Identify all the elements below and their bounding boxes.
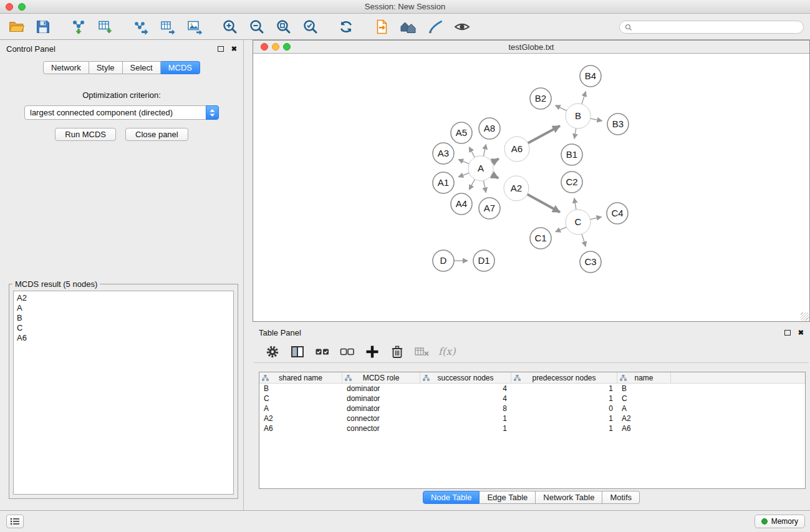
column-header-shared-name[interactable]: shared name	[259, 372, 342, 383]
network-node-A3[interactable]: A3	[433, 143, 454, 164]
edge-C-C3[interactable]	[582, 234, 586, 246]
close-panel-icon[interactable]: ✖	[231, 45, 237, 53]
save-session-button[interactable]	[33, 17, 53, 37]
edge-A-A2[interactable]	[491, 175, 498, 178]
network-canvas[interactable]: B4B2BB3A5A8A6B1A3AC2A1A2A4A7C4CC1C3DD1	[253, 54, 809, 321]
annotation-brush-button[interactable]	[425, 17, 445, 37]
delete-column-button[interactable]	[388, 343, 406, 360]
cell[interactable]: A	[617, 404, 671, 413]
zoom-window-button[interactable]	[18, 3, 26, 11]
cell[interactable]: 1	[511, 424, 617, 433]
cell[interactable]: 1	[420, 424, 511, 433]
zoom-selected-button[interactable]	[301, 17, 321, 37]
table-settings-button[interactable]	[264, 343, 281, 360]
show-hide-graphics-button[interactable]	[452, 17, 472, 37]
network-node-A4[interactable]: A4	[451, 193, 472, 215]
cell[interactable]: 1	[511, 394, 617, 403]
network-node-A[interactable]: A	[468, 156, 493, 181]
cell[interactable]: dominator	[342, 394, 420, 403]
network-node-C1[interactable]: C1	[530, 228, 551, 249]
cell[interactable]: connector	[342, 424, 420, 433]
tab-node-table[interactable]: Node Table	[423, 491, 480, 504]
cell[interactable]: A2	[617, 414, 671, 423]
column-header-name[interactable]: name	[617, 372, 671, 383]
mcds-result-item-C[interactable]: C	[17, 323, 230, 333]
select-all-columns-button[interactable]	[314, 343, 331, 360]
search-input[interactable]	[635, 23, 798, 32]
search-field[interactable]	[619, 21, 804, 34]
network-node-B4[interactable]: B4	[580, 65, 601, 87]
cell[interactable]: A6	[259, 424, 342, 433]
cell[interactable]: 8	[420, 404, 511, 413]
table-row-A6[interactable]: A6connector11A6	[259, 423, 805, 433]
edge-B-B2[interactable]	[556, 105, 567, 111]
cell[interactable]: connector	[342, 414, 420, 423]
delete-table-button[interactable]	[413, 343, 431, 360]
create-column-button[interactable]	[364, 343, 381, 360]
network-node-B[interactable]: B	[566, 104, 591, 128]
cell[interactable]: A6	[617, 424, 671, 433]
open-session-button[interactable]	[6, 17, 26, 37]
table-row-B[interactable]: Bdominator41B	[259, 384, 805, 394]
tab-mcds[interactable]: MCDS	[161, 61, 200, 74]
network-close-button[interactable]	[261, 43, 268, 51]
table-row-C[interactable]: Cdominator41C	[259, 394, 805, 404]
network-node-A5[interactable]: A5	[451, 122, 472, 143]
tab-style[interactable]: Style	[89, 61, 123, 74]
column-header-successor-nodes[interactable]: successor nodes	[420, 372, 511, 383]
cell[interactable]: 1	[511, 384, 617, 393]
network-node-D[interactable]: D	[433, 250, 454, 271]
cell[interactable]: 4	[420, 394, 511, 403]
network-node-C[interactable]: C	[566, 210, 591, 235]
network-node-B1[interactable]: B1	[561, 144, 582, 165]
show-columns-button[interactable]	[289, 343, 306, 360]
edge-C-C4[interactable]	[591, 217, 602, 220]
network-node-A8[interactable]: A8	[479, 118, 500, 139]
table-row-A2[interactable]: A2connector11A2	[259, 414, 805, 423]
zoom-out-button[interactable]	[247, 17, 267, 37]
export-network-button[interactable]	[131, 17, 151, 37]
edge-A-A3[interactable]	[458, 160, 469, 164]
cell[interactable]: 1	[511, 414, 617, 423]
edge-C-C1[interactable]	[556, 227, 567, 232]
function-builder-button[interactable]: f(x)	[438, 343, 455, 360]
edge-A-A8[interactable]	[483, 144, 486, 156]
cell[interactable]: dominator	[342, 404, 420, 413]
unselect-all-columns-button[interactable]	[339, 343, 356, 360]
tab-edge-table[interactable]: Edge Table	[480, 491, 536, 504]
edge-A-A1[interactable]	[458, 173, 469, 177]
export-image-button[interactable]	[185, 17, 205, 37]
cell[interactable]: A2	[259, 414, 342, 423]
column-header-predecessor-nodes[interactable]: predecessor nodes	[511, 372, 617, 383]
network-node-A7[interactable]: A7	[479, 198, 500, 219]
open-document-button[interactable]	[372, 17, 392, 37]
tab-network[interactable]: Network	[43, 61, 89, 74]
refresh-view-button[interactable]	[336, 17, 356, 37]
cell[interactable]: 0	[511, 404, 617, 413]
mcds-result-item-A6[interactable]: A6	[17, 333, 230, 343]
cell[interactable]: 1	[420, 414, 511, 423]
table-row-A[interactable]: Adominator80A	[259, 404, 805, 414]
network-node-C3[interactable]: C3	[580, 251, 601, 273]
mcds-result-item-A[interactable]: A	[17, 303, 230, 313]
optimization-criterion-select[interactable]: largest connected component (directed)	[24, 105, 219, 120]
edge-B-B3[interactable]	[591, 118, 602, 121]
tab-select[interactable]: Select	[123, 61, 161, 74]
zoom-fit-button[interactable]	[274, 17, 294, 37]
cell[interactable]: B	[617, 384, 671, 393]
task-history-button[interactable]	[6, 515, 24, 528]
home-layout-button[interactable]	[398, 17, 418, 37]
edge-B-B1[interactable]	[574, 128, 576, 139]
table-close-panel-icon[interactable]: ✖	[798, 329, 804, 337]
tab-network-table[interactable]: Network Table	[536, 491, 602, 504]
network-node-B3[interactable]: B3	[607, 114, 629, 135]
edge-A-A7[interactable]	[483, 181, 486, 193]
edge-B-B4[interactable]	[582, 92, 586, 104]
close-window-button[interactable]	[6, 3, 13, 11]
cell[interactable]: C	[259, 394, 342, 403]
network-node-B2[interactable]: B2	[530, 88, 551, 109]
edge-C-C2[interactable]	[574, 198, 576, 210]
network-node-D1[interactable]: D1	[473, 250, 494, 271]
cell[interactable]: dominator	[342, 384, 420, 393]
edge-A-A6[interactable]	[492, 159, 499, 163]
